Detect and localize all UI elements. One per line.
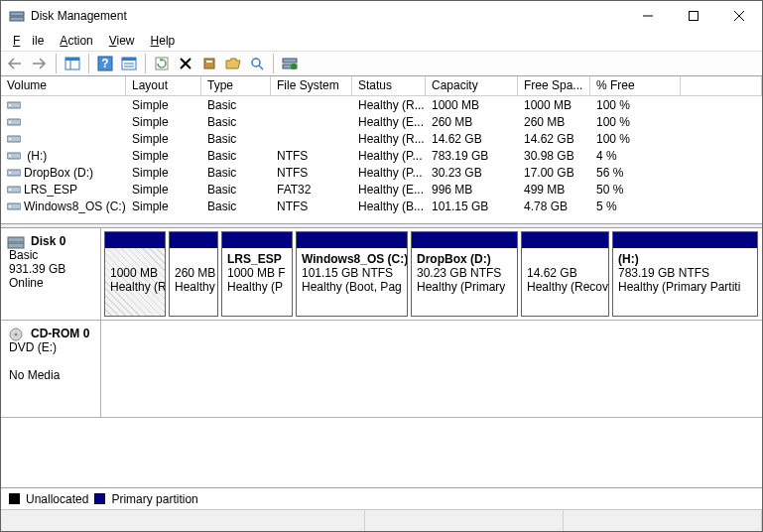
show-hide-tree-button[interactable] <box>62 53 83 74</box>
volume-layout: Simple <box>126 149 201 163</box>
volume-fs: FAT32 <box>271 183 352 197</box>
cdrom-label[interactable]: CD-ROM 0 DVD (E:) No Media <box>1 321 101 417</box>
volume-icon <box>7 151 21 161</box>
volume-fs: NTFS <box>271 200 352 213</box>
volume-pct: 56 % <box>590 166 681 180</box>
col-layout[interactable]: Layout <box>126 76 201 95</box>
open-button[interactable] <box>222 53 244 74</box>
volume-free: 1000 MB <box>518 98 590 112</box>
volume-type: Basic <box>201 115 271 129</box>
volume-capacity: 996 MB <box>426 183 518 197</box>
partition-size: 30.23 GB NTFS <box>417 266 501 280</box>
minimize-button[interactable] <box>625 1 671 31</box>
col-capacity[interactable]: Capacity <box>426 76 518 95</box>
maximize-button[interactable] <box>671 1 716 31</box>
disk-0-size: 931.39 GB <box>9 262 65 276</box>
forward-button[interactable] <box>29 53 51 74</box>
partition-status: Healthy (P <box>227 280 283 294</box>
volume-layout: Simple <box>126 98 201 112</box>
disk-0-title: Disk 0 <box>31 234 65 248</box>
volume-icon <box>7 168 21 178</box>
volume-icon <box>7 185 21 195</box>
partition-size: 1000 MB <box>110 266 158 280</box>
back-button[interactable] <box>5 53 27 74</box>
disk-0-type: Basic <box>9 248 38 262</box>
partition[interactable]: LRS_ESP1000 MB FHealthy (P <box>221 231 293 317</box>
volume-row[interactable]: SimpleBasicHealthy (E...260 MB260 MB100 … <box>1 113 762 130</box>
partition-status: Healthy (R <box>110 280 165 294</box>
volume-row[interactable]: SimpleBasicHealthy (R...14.62 GB14.62 GB… <box>1 130 762 147</box>
volume-name: DropBox (D:) <box>24 166 93 180</box>
volume-status: Healthy (R... <box>352 98 426 112</box>
partition-size: 14.62 GB <box>527 266 577 280</box>
volume-list[interactable]: SimpleBasicHealthy (R...1000 MB1000 MB10… <box>1 96 762 223</box>
menu-action[interactable]: Action <box>54 33 98 49</box>
volume-capacity: 1000 MB <box>426 98 518 112</box>
volume-layout: Simple <box>126 132 201 146</box>
volume-free: 499 MB <box>518 183 590 197</box>
volume-capacity: 30.23 GB <box>426 166 518 180</box>
svg-point-24 <box>291 64 297 69</box>
cdrom-row[interactable]: CD-ROM 0 DVD (E:) No Media <box>1 321 762 418</box>
col-status[interactable]: Status <box>352 76 426 95</box>
partition[interactable]: 14.62 GBHealthy (Recov <box>521 231 609 317</box>
volume-status: Healthy (E... <box>352 115 426 129</box>
partition[interactable]: Windows8_OS (C:)101.15 GB NTFSHealthy (B… <box>296 231 408 317</box>
col-volume[interactable]: Volume <box>1 76 126 95</box>
volume-pct: 5 % <box>590 200 681 213</box>
menu-help[interactable]: Help <box>145 33 182 49</box>
partition[interactable]: DropBox (D:)30.23 GB NTFSHealthy (Primar… <box>411 231 518 317</box>
volume-name: (H:) <box>24 149 47 163</box>
svg-point-32 <box>9 155 11 157</box>
disk-0-label[interactable]: Disk 0 Basic 931.39 GB Online <box>1 228 101 320</box>
disk-0-row[interactable]: Disk 0 Basic 931.39 GB Online 1000 MBHea… <box>1 228 762 321</box>
partition-stripe <box>297 232 407 248</box>
cdrom-state: No Media <box>9 368 60 382</box>
properties-button[interactable] <box>118 53 140 74</box>
col-freespace[interactable]: Free Spa... <box>518 76 590 95</box>
menubar: File Action View Help <box>1 31 762 51</box>
swatch-unallocated <box>9 493 20 504</box>
svg-point-20 <box>252 59 260 66</box>
svg-rect-7 <box>65 58 79 61</box>
svg-point-30 <box>9 138 11 140</box>
help-button[interactable]: ? <box>94 53 116 74</box>
menu-view[interactable]: View <box>103 33 141 49</box>
find-button[interactable] <box>246 53 268 74</box>
partition[interactable]: (H:)783.19 GB NTFSHealthy (Primary Parti… <box>612 231 758 317</box>
delete-button[interactable] <box>175 53 196 74</box>
svg-line-21 <box>259 66 263 69</box>
titlebar[interactable]: Disk Management <box>1 1 762 31</box>
cdrom-partitions <box>101 321 762 417</box>
refresh-button[interactable] <box>151 53 173 74</box>
svg-point-28 <box>9 121 11 123</box>
legend-unallocated: Unallocated <box>26 492 88 506</box>
volume-name: LRS_ESP <box>24 183 77 197</box>
volume-layout: Simple <box>126 183 201 197</box>
volume-status: Healthy (E... <box>352 183 426 197</box>
volume-type: Basic <box>201 149 271 163</box>
volume-free: 4.78 GB <box>518 200 590 213</box>
settings-button[interactable] <box>198 53 220 74</box>
partition-size: 260 MB <box>175 266 215 280</box>
partition-view-button[interactable] <box>279 53 301 74</box>
volume-row[interactable]: LRS_ESPSimpleBasicFAT32Healthy (E...996 … <box>1 181 762 198</box>
volume-row[interactable]: Windows8_OS (C:)SimpleBasicNTFSHealthy (… <box>1 198 762 214</box>
app-icon <box>9 8 25 24</box>
partition[interactable]: 1000 MBHealthy (R <box>104 231 166 317</box>
volume-row[interactable]: (H:)SimpleBasicNTFSHealthy (P...783.19 G… <box>1 147 762 164</box>
svg-point-42 <box>15 333 18 336</box>
svg-rect-40 <box>8 243 24 248</box>
menu-file[interactable]: File <box>7 33 50 49</box>
col-pctfree[interactable]: % Free <box>590 76 681 95</box>
volume-row[interactable]: DropBox (D:)SimpleBasicNTFSHealthy (P...… <box>1 164 762 181</box>
swatch-primary <box>94 493 105 504</box>
col-filesystem[interactable]: File System <box>271 76 352 95</box>
svg-rect-39 <box>8 237 24 242</box>
svg-rect-1 <box>10 17 24 21</box>
volume-type: Basic <box>201 166 271 180</box>
close-button[interactable] <box>716 1 762 31</box>
col-type[interactable]: Type <box>201 76 271 95</box>
partition[interactable]: 260 MBHealthy ( <box>169 231 218 317</box>
volume-row[interactable]: SimpleBasicHealthy (R...1000 MB1000 MB10… <box>1 96 762 113</box>
